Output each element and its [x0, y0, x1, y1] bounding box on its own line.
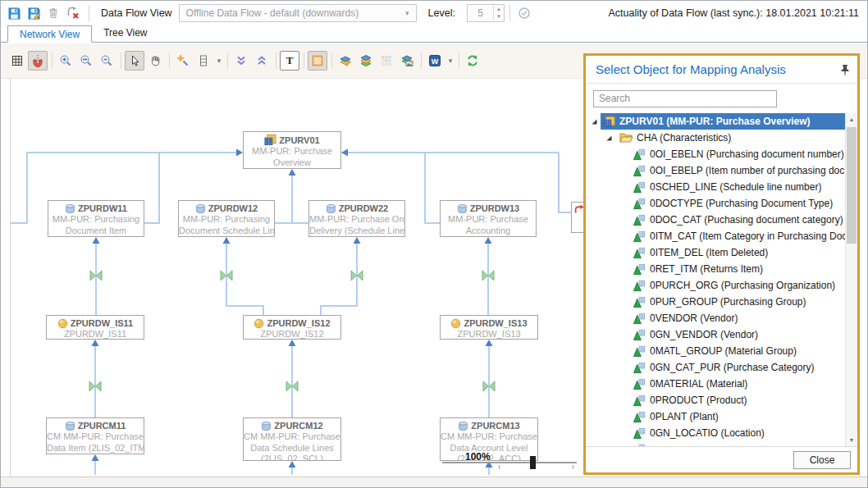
characteristic-icon	[633, 411, 646, 423]
separator	[421, 52, 422, 69]
tree-item[interactable]: 0RET_ITM (Returns Item)	[586, 261, 845, 277]
auto-layout-button[interactable]	[173, 51, 193, 71]
export-word-dropdown-arrow[interactable]: ▾	[445, 51, 455, 71]
scrollbar-down-icon[interactable]: ▼	[846, 434, 857, 446]
tree-item[interactable]: 0MATL_GROUP (Material Group)	[586, 343, 845, 359]
zoom-slider-track[interactable]	[442, 462, 577, 463]
close-button[interactable]: Close	[793, 451, 851, 469]
export-layers-edit-button[interactable]	[336, 51, 355, 71]
orange-frame-icon	[311, 54, 324, 67]
swimlanes-button[interactable]	[194, 51, 213, 71]
remove-data-flow-button[interactable]	[64, 4, 82, 22]
frame-mode-button[interactable]	[308, 51, 327, 71]
canvas-border	[1, 477, 867, 477]
node-ZPURDW12[interactable]: ZPURDW12MM-PUR: PurchasingDocument Sched…	[178, 200, 275, 237]
scrollbar-thumb[interactable]	[847, 127, 857, 244]
tab-tree-view[interactable]: Tree View	[92, 25, 158, 42]
tree-item[interactable]: 0ITEM_DEL (Item Deleted)	[586, 244, 845, 261]
tree-item[interactable]: 0GN_CAT_PUR (Purchase Category)	[586, 359, 845, 376]
tree-item[interactable]: 0OI_EBELP (Item number of purchasing doc…	[586, 162, 845, 179]
node-ZPURDW11[interactable]: ZPURDW11MM-PUR: PurchasingDocument Item	[48, 200, 144, 237]
node-ZPURDW_IS11[interactable]: ZPURDW_IS11ZPURDW_IS11	[46, 315, 144, 340]
tree-item[interactable]: 0PUR_GROUP (Purchasing Group)	[586, 294, 845, 310]
pointer-tool-button[interactable]	[125, 51, 144, 71]
zoom-fit-button[interactable]	[76, 51, 96, 71]
grid-toggle-button[interactable]	[7, 51, 27, 71]
node-ZPURCM12[interactable]: ZPURCM12CM MM-PUR: PurchaseData Schedule…	[243, 417, 341, 461]
export-word-button[interactable]: W	[425, 51, 445, 71]
canvas-zoom-slider[interactable]: 100%	[442, 448, 580, 474]
tree-item[interactable]: 0PURCH_ORG (Purchasing Organization)	[586, 277, 845, 294]
node-ZPURDW13[interactable]: ZPURDW13MM-PUR: PurchaseAccounting	[440, 200, 537, 237]
text-tool-icon: T	[286, 54, 294, 67]
view-tab-strip: Network View Tree View	[1, 25, 867, 43]
characteristic-icon	[633, 198, 646, 210]
node-ZPURDW22[interactable]: ZPURDW22MM-PUR: Purchase OrderDelivery (…	[308, 200, 405, 237]
color-grid-button[interactable]	[377, 51, 396, 71]
characteristic-icon	[633, 181, 646, 194]
node-ZPURDW_IS13[interactable]: ZPURDW_IS13ZPURDW_IS13	[440, 315, 538, 340]
tree-item[interactable]: 0GN_VENDOR (Vendor)	[586, 326, 845, 343]
tree-item[interactable]: 0DOC_CAT (Puchasing document category)	[586, 212, 845, 228]
hand-icon	[148, 54, 162, 67]
stepper-arrows[interactable]: ▲▼	[493, 6, 504, 21]
tree-item[interactable]	[586, 441, 845, 446]
data-flow-view-dropdown[interactable]: Offline Data Flow - default (downwards) …	[179, 4, 417, 22]
tree-item[interactable]: 0SCHED_LINE (Schedule line number)	[586, 179, 845, 195]
tree-item[interactable]: 0ITM_CAT (Item Category in Purchasing Do…	[586, 228, 845, 244]
canvas-border	[10, 79, 11, 477]
layers-pencil-icon	[339, 54, 352, 67]
scrollbar-up-icon[interactable]: ▲	[846, 113, 857, 125]
tree-item[interactable]: 0DOCTYPE (Purchasing Document Type)	[586, 195, 845, 212]
refresh-button[interactable]	[463, 51, 482, 71]
zoom-slider-handle[interactable]	[530, 456, 536, 469]
sync-status-button[interactable]	[515, 4, 533, 22]
tree-item[interactable]: 0VENDOR (Vendor)	[586, 310, 845, 326]
tree-item-group[interactable]: CHA (Characteristics)	[586, 130, 845, 146]
node-ZPURCM11[interactable]: ZPURCM11CM MM-PUR: PurchaseData Item (2L…	[46, 417, 144, 454]
expand-all-button[interactable]	[252, 51, 272, 71]
tree-item[interactable]: 0OI_EBELN (Purchasing document number)	[586, 146, 845, 162]
tree-item-label: 0PUR_GROUP (Purchasing Group)	[650, 296, 806, 308]
tree-scrollbar[interactable]: ▲ ▼	[845, 113, 857, 446]
stepper-up-icon[interactable]: ▲	[494, 6, 504, 13]
export-layers-button[interactable]	[356, 51, 376, 71]
characteristic-icon	[633, 230, 646, 243]
collapse-all-button[interactable]	[231, 51, 251, 71]
level-stepper[interactable]: 5 ▲▼	[467, 4, 505, 22]
tree-item-label: CHA (Characteristics)	[637, 132, 731, 144]
stepper-down-icon[interactable]: ▼	[494, 13, 504, 21]
tree-expander-icon[interactable]	[591, 118, 598, 125]
tree-item[interactable]: 0PRODUCT (Product)	[586, 392, 845, 408]
tree-item-root[interactable]: ZPURV01 (MM-PUR: Purchase Overview)	[586, 113, 845, 130]
separator	[509, 5, 510, 21]
check-circle-icon	[518, 7, 531, 20]
node-ZPURDW_IS12[interactable]: ZPURDW_IS12ZPURDW_IS12	[243, 315, 341, 340]
pan-tool-button[interactable]	[145, 51, 165, 71]
panel-search-area	[586, 84, 857, 113]
tree-item[interactable]: 0GN_LOCATIO (Location)	[586, 425, 845, 441]
snap-toggle-button[interactable]	[28, 51, 48, 71]
save-button[interactable]	[5, 4, 23, 22]
separator	[121, 52, 121, 69]
export-image-button[interactable]	[397, 51, 417, 71]
tree-item-label: 0PURCH_ORG (Purchasing Organization)	[650, 280, 835, 291]
tree-item[interactable]: 0MATERIAL (Material)	[586, 376, 845, 392]
zoom-out-button[interactable]	[97, 51, 116, 71]
tree-item-label: 0MATL_GROUP (Material Group)	[650, 345, 797, 357]
search-input[interactable]	[593, 90, 777, 107]
save-as-button[interactable]	[25, 4, 43, 22]
delete-button[interactable]	[44, 4, 62, 22]
tree-expander-icon[interactable]	[605, 135, 613, 142]
tree-item-label: 0GN_VENDOR (Vendor)	[650, 329, 758, 340]
characteristic-icon	[633, 378, 646, 390]
pin-icon[interactable]	[840, 64, 850, 75]
zoom-in-button[interactable]	[56, 51, 75, 71]
tab-network-view[interactable]: Network View	[7, 25, 92, 43]
tree-item[interactable]: 0PLANT (Plant)	[586, 408, 845, 425]
tree-item-label: ZPURV01 (MM-PUR: Purchase Overview)	[619, 116, 811, 127]
swimlanes-dropdown-arrow[interactable]: ▾	[214, 51, 224, 71]
tree-item-label: 0SCHED_LINE (Schedule line number)	[650, 181, 821, 193]
node-ZPURV01[interactable]: ZPURV01MM-PUR: PurchaseOverview	[243, 131, 341, 169]
text-mode-button[interactable]: T	[280, 51, 299, 71]
